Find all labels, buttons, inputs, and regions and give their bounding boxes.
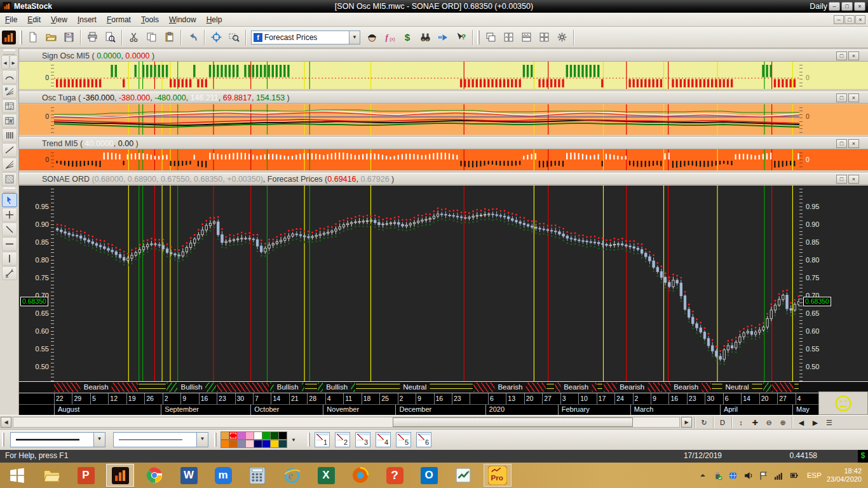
signal-strength-icon[interactable]	[773, 470, 785, 481]
taskbar-start[interactable]	[3, 464, 31, 487]
scroll-left-tool[interactable]: ◂	[1, 55, 10, 69]
child-close-button[interactable]: ×	[855, 15, 865, 24]
line-vertical-tool[interactable]	[2, 252, 17, 266]
tile-vertical-button[interactable]	[500, 29, 517, 46]
ribbon-bearish-segment[interactable]	[772, 383, 794, 392]
chart-template-2-button[interactable]: 2	[335, 432, 350, 447]
crosshair-button[interactable]	[208, 29, 224, 46]
scroll-right-button[interactable]: ▶	[681, 417, 692, 428]
cross-tool[interactable]	[2, 208, 17, 222]
paste-button[interactable]	[161, 29, 177, 46]
taskbar-powerpoint[interactable]: P	[72, 464, 100, 487]
fan-lines-tool[interactable]	[2, 158, 17, 172]
color-swatch[interactable]	[229, 431, 238, 440]
scrollbar-thumb[interactable]	[393, 417, 632, 427]
print-button[interactable]	[84, 29, 100, 46]
clock[interactable]: 18:42 23/04/2020	[827, 467, 862, 484]
layout-menu-button[interactable]: ☰	[823, 417, 836, 428]
menu-tools[interactable]: Tools	[136, 14, 164, 25]
fib-fan-tool[interactable]: F	[2, 85, 17, 98]
grid-r-tool[interactable]: R	[2, 114, 17, 128]
taskbar-help-viewer[interactable]: ?	[381, 464, 409, 487]
color-swatch[interactable]	[245, 440, 254, 448]
new-button[interactable]	[25, 29, 41, 46]
color-swatch[interactable]	[237, 431, 246, 440]
plot-field-price[interactable]	[54, 186, 799, 381]
save-button[interactable]	[60, 29, 77, 46]
panel-plot-tuga[interactable]: 00	[19, 104, 868, 135]
taskbar-chrome[interactable]	[140, 464, 168, 487]
pointer-tool[interactable]	[2, 193, 17, 207]
scroll-left-button[interactable]: ◀	[1, 417, 11, 428]
panel-close-button[interactable]: ×	[848, 175, 859, 184]
menu-help[interactable]: Help	[201, 14, 227, 25]
ribbon-neutral-segment[interactable]	[139, 383, 167, 392]
taskbar-word[interactable]: W	[175, 464, 203, 487]
color-swatch[interactable]	[270, 431, 279, 440]
plot-field-sign[interactable]	[54, 62, 799, 89]
menu-window[interactable]: Window	[164, 14, 201, 25]
hidden-icons-icon[interactable]	[697, 470, 709, 481]
taskbar-excel[interactable]: X	[312, 464, 340, 487]
panel-maximize-button[interactable]: □	[836, 175, 847, 184]
chart-template-4-button[interactable]: 4	[376, 432, 391, 447]
ribbon-neutral-segment[interactable]	[546, 383, 555, 392]
tile-horizontal-button[interactable]	[518, 29, 534, 46]
color-swatch[interactable]	[278, 431, 287, 440]
pan-button[interactable]: ✚	[749, 417, 761, 428]
columns-tool[interactable]	[2, 128, 17, 142]
periodicity-daily-button[interactable]: D	[716, 417, 729, 428]
taskbar-metastock[interactable]	[106, 464, 134, 487]
undo-button[interactable]	[184, 29, 201, 46]
color-swatch[interactable]	[262, 431, 271, 440]
panel-plot-trend[interactable]: 00	[19, 149, 868, 170]
child-restore-button[interactable]: □	[844, 15, 855, 24]
expert-advisor-button[interactable]	[363, 29, 380, 46]
context-help-button[interactable]: ?	[452, 29, 469, 46]
trendline-tool[interactable]	[2, 143, 17, 157]
indicator-builder-button[interactable]: f(x)	[381, 29, 398, 46]
chevron-down-icon[interactable]: ▼	[196, 433, 208, 447]
restore-button[interactable]: □	[841, 2, 853, 11]
taskbar-metastock-pro[interactable]: Pro	[484, 464, 512, 487]
close-button[interactable]: ×	[854, 2, 865, 11]
color-swatch[interactable]	[262, 440, 271, 448]
chevron-down-icon[interactable]: ▼	[93, 433, 105, 447]
cut-button[interactable]	[125, 29, 142, 46]
menu-file[interactable]: File	[0, 14, 22, 25]
taskbar-outlook[interactable]: O	[415, 464, 443, 487]
language-indicator[interactable]: ESP	[807, 471, 822, 479]
preview-button[interactable]	[102, 29, 118, 46]
line-horizontal-tool[interactable]	[2, 237, 17, 251]
taskbar-firefox[interactable]	[346, 464, 374, 487]
menu-insert[interactable]: Insert	[72, 14, 102, 25]
minimize-button[interactable]: –	[829, 2, 840, 11]
notifications-flag-icon[interactable]	[758, 470, 770, 481]
palette-more-button[interactable]: ▼	[291, 437, 299, 443]
taskbar-file-explorer[interactable]	[37, 464, 65, 487]
zoom-in-button[interactable]: ⊕	[776, 417, 789, 428]
ribbon-neutral-segment[interactable]	[794, 383, 799, 392]
menu-edit[interactable]: Edit	[22, 14, 46, 25]
grid-p-tool[interactable]: p	[2, 99, 17, 113]
tile-grid-button[interactable]	[536, 29, 552, 46]
taskbar-internet-explorer[interactable]: e	[278, 464, 306, 487]
plot-field-tuga[interactable]	[54, 104, 799, 135]
color-swatch[interactable]	[220, 431, 229, 440]
usb-device-icon[interactable]	[712, 470, 724, 481]
panel-maximize-button[interactable]: □	[836, 93, 847, 102]
taskbar-calculator[interactable]	[243, 464, 271, 487]
plot-field-trend[interactable]	[54, 149, 799, 170]
metastock-logo-button[interactable]	[1, 29, 17, 46]
color-swatch[interactable]	[245, 431, 254, 440]
cascade-button[interactable]	[482, 29, 499, 46]
chart-template-1-button[interactable]: 1	[315, 432, 330, 447]
color-swatch[interactable]	[254, 431, 262, 440]
panel-plot-price[interactable]: 0.950.900.850.800.750.700.650.600.550.50…	[19, 186, 868, 381]
expert-neutral-face-icon[interactable]	[832, 393, 854, 414]
copy-button[interactable]	[143, 29, 159, 46]
line-weight-dropdown[interactable]: ▼	[10, 432, 105, 447]
panel-close-button[interactable]: ×	[848, 93, 859, 102]
refresh-button[interactable]: ↻	[698, 417, 710, 428]
ribbon-bearish-segment[interactable]	[217, 383, 270, 392]
